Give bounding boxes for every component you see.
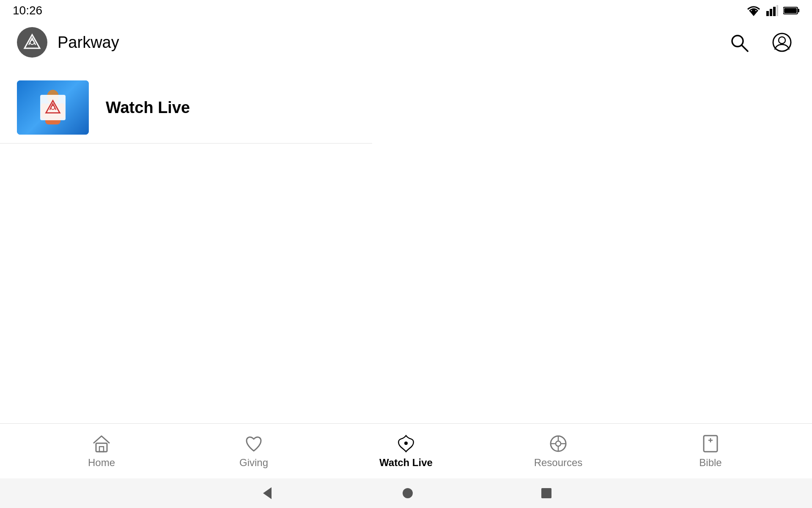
nav-item-watch-live[interactable]: Watch Live bbox=[376, 434, 436, 469]
app-logo-icon bbox=[17, 27, 47, 58]
svg-point-19 bbox=[51, 105, 55, 109]
svg-rect-1 bbox=[766, 11, 769, 16]
watch-live-list-item[interactable]: Watch Live bbox=[0, 72, 372, 144]
svg-point-12 bbox=[773, 33, 791, 51]
app-logo-container: Parkway bbox=[17, 27, 119, 58]
svg-rect-34 bbox=[541, 488, 551, 498]
svg-rect-21 bbox=[99, 447, 104, 452]
svg-rect-20 bbox=[96, 443, 107, 452]
svg-point-13 bbox=[779, 37, 785, 44]
svg-point-22 bbox=[404, 442, 408, 445]
nav-label-bible: Bible bbox=[699, 457, 721, 469]
nav-item-resources[interactable]: Resources bbox=[529, 434, 588, 469]
main-content: Watch Live bbox=[0, 64, 812, 440]
svg-marker-32 bbox=[263, 487, 272, 499]
wifi-icon bbox=[746, 5, 761, 16]
recents-button[interactable] bbox=[540, 487, 552, 499]
account-button[interactable] bbox=[769, 29, 795, 55]
app-title: Parkway bbox=[58, 33, 119, 52]
svg-point-33 bbox=[403, 488, 413, 498]
svg-rect-7 bbox=[784, 8, 797, 13]
svg-rect-3 bbox=[773, 7, 776, 16]
nav-label-giving: Giving bbox=[239, 457, 268, 469]
signal-icon bbox=[766, 5, 778, 16]
thumbnail-logo-overlay bbox=[40, 95, 66, 120]
watch-live-icon bbox=[396, 434, 416, 453]
app-bar-actions bbox=[726, 29, 795, 55]
back-icon bbox=[260, 486, 275, 501]
svg-rect-29 bbox=[704, 436, 717, 452]
svg-rect-4 bbox=[776, 5, 778, 16]
system-nav bbox=[0, 478, 812, 508]
home-nav-icon bbox=[402, 487, 414, 499]
search-icon bbox=[729, 33, 749, 52]
status-bar: 10:26 bbox=[0, 0, 812, 21]
svg-rect-6 bbox=[798, 9, 799, 12]
status-time: 10:26 bbox=[13, 4, 42, 17]
nav-item-bible[interactable]: Bible bbox=[681, 434, 740, 469]
nav-label-watch-live: Watch Live bbox=[379, 457, 433, 469]
nav-label-home: Home bbox=[88, 457, 115, 469]
search-button[interactable] bbox=[726, 29, 752, 55]
resources-icon bbox=[549, 434, 568, 453]
svg-line-11 bbox=[742, 45, 748, 51]
bible-icon bbox=[701, 434, 720, 453]
svg-point-9 bbox=[30, 40, 34, 44]
logo-overlay-svg bbox=[44, 99, 61, 116]
account-icon bbox=[772, 33, 792, 52]
svg-marker-8 bbox=[25, 35, 40, 48]
giving-icon bbox=[244, 434, 263, 453]
bottom-nav: Home Giving Watch Live Resources bbox=[0, 423, 812, 478]
home-icon bbox=[92, 434, 111, 453]
svg-point-24 bbox=[556, 441, 561, 446]
home-nav-button[interactable] bbox=[402, 487, 414, 499]
svg-rect-2 bbox=[770, 9, 772, 16]
recents-icon bbox=[540, 487, 552, 499]
watch-live-thumbnail bbox=[17, 80, 89, 135]
battery-icon bbox=[783, 6, 799, 15]
app-bar: Parkway bbox=[0, 21, 812, 64]
nav-item-home[interactable]: Home bbox=[72, 434, 131, 469]
nav-label-resources: Resources bbox=[534, 457, 583, 469]
parkway-logo-svg bbox=[23, 33, 41, 52]
watch-live-title: Watch Live bbox=[106, 99, 190, 117]
nav-item-giving[interactable]: Giving bbox=[224, 434, 283, 469]
svg-marker-18 bbox=[46, 101, 60, 113]
status-icons bbox=[746, 5, 799, 16]
back-button[interactable] bbox=[260, 486, 275, 501]
